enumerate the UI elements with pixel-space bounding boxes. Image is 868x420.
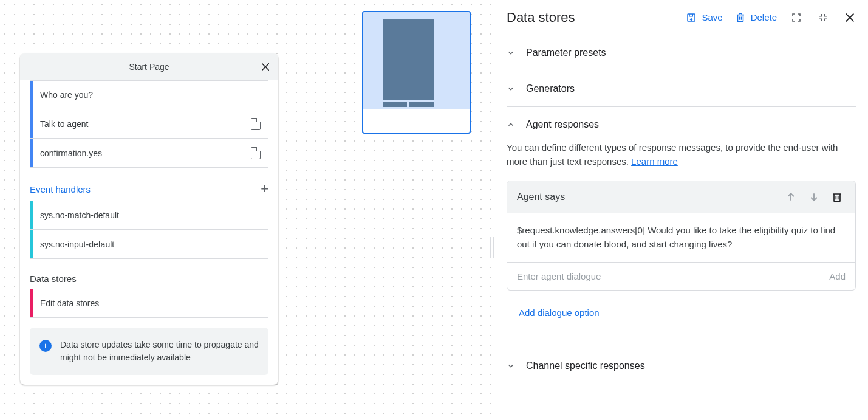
section-header-parameter-presets[interactable]: Parameter presets (507, 47, 856, 58)
section-generators: Generators (507, 71, 856, 107)
save-label: Save (702, 12, 722, 22)
event-label: sys.no-match-default (40, 210, 261, 220)
agent-dialogue-input-row: Add (507, 263, 855, 290)
minimap[interactable] (362, 11, 471, 134)
info-icon: i (39, 340, 52, 352)
section-label: Parameter presets (526, 47, 606, 58)
move-down-icon[interactable] (805, 191, 822, 203)
event-handler-row[interactable]: sys.no-input-default (30, 230, 268, 259)
chevron-down-icon (507, 84, 518, 93)
minimap-node (383, 102, 407, 107)
minimap-node (409, 102, 434, 107)
intent-label: confirmation.yes (40, 148, 251, 158)
section-label: Agent responses (526, 119, 599, 130)
intent-label: Who are you? (40, 90, 261, 100)
intent-label: Talk to agent (40, 119, 251, 129)
intent-row[interactable]: confirmation.yes (30, 139, 268, 168)
learn-more-link[interactable]: Learn more (631, 156, 678, 167)
fullscreen-icon[interactable] (789, 10, 804, 25)
section-header-generators[interactable]: Generators (507, 83, 856, 94)
event-stripe (30, 230, 33, 258)
event-handlers-title: Event handlers (30, 184, 91, 195)
event-handler-row[interactable]: sys.no-match-default (30, 201, 268, 230)
page-icon (251, 118, 261, 130)
section-header-agent-responses[interactable]: Agent responses (507, 119, 856, 130)
add-button[interactable]: Add (829, 271, 846, 281)
canvas[interactable]: Start Page Who are you? Talk to agent co… (0, 0, 494, 420)
save-icon (686, 12, 697, 23)
start-page-header: Start Page (20, 53, 278, 80)
delete-response-icon[interactable] (829, 191, 846, 203)
intent-stripe (30, 81, 33, 109)
close-icon[interactable] (260, 61, 271, 72)
intent-stripe (30, 139, 33, 167)
event-handlers-header: Event handlers + (30, 182, 268, 196)
chevron-up-icon (507, 120, 518, 129)
side-panel-title: Data stores (507, 10, 575, 26)
agent-says-title: Agent says (517, 191, 776, 202)
agent-says-header: Agent says (507, 181, 855, 213)
minimap-node (383, 19, 434, 100)
chevron-down-icon (507, 362, 518, 370)
side-panel-body: Parameter presets Generators Agent respo… (494, 35, 868, 420)
chevron-down-icon (507, 49, 518, 57)
close-panel-icon[interactable] (842, 10, 857, 25)
start-page-panel: Start Page Who are you? Talk to agent co… (20, 53, 278, 385)
edit-data-stores-label: Edit data stores (40, 298, 261, 308)
page-icon (251, 147, 261, 159)
delete-button[interactable]: Delete (735, 12, 777, 23)
data-stores-header: Data stores (30, 274, 268, 284)
move-up-icon[interactable] (782, 191, 799, 203)
agent-responses-desc: You can define different types of respon… (507, 141, 856, 168)
section-agent-responses: Agent responses You can define different… (507, 107, 856, 330)
section-parameter-presets: Parameter presets (507, 35, 856, 71)
info-card: i Data store updates take some time to p… (30, 328, 268, 375)
data-stores-title: Data stores (30, 274, 77, 284)
info-text: Data store updates take some time to pro… (60, 339, 259, 364)
trash-icon (735, 12, 746, 23)
intent-stripe (30, 109, 33, 138)
agent-says-text[interactable]: $request.knowledge.answers[0] Would you … (507, 213, 855, 263)
section-label: Channel specific responses (526, 360, 645, 371)
save-button[interactable]: Save (686, 12, 722, 23)
agent-says-card: Agent says $request.knowledge.answers[0]… (507, 181, 856, 291)
delete-label: Delete (751, 12, 777, 22)
intent-row[interactable]: Who are you? (30, 80, 268, 109)
event-stripe (30, 201, 33, 229)
intent-row[interactable]: Talk to agent (30, 109, 268, 139)
section-channel-specific: Channel specific responses (507, 348, 856, 384)
plus-icon[interactable]: + (261, 182, 268, 196)
section-label: Generators (526, 83, 575, 94)
start-page-title: Start Page (129, 62, 169, 72)
exit-fullscreen-icon[interactable] (816, 10, 830, 25)
agent-dialogue-input[interactable] (517, 271, 822, 281)
section-header-channel-specific[interactable]: Channel specific responses (507, 360, 856, 371)
event-label: sys.no-input-default (40, 239, 261, 249)
datastore-stripe (30, 289, 33, 317)
add-dialogue-option-button[interactable]: Add dialogue option (519, 308, 600, 318)
edit-data-stores-row[interactable]: Edit data stores (30, 289, 268, 318)
side-header: Data stores Save Delete (494, 0, 868, 35)
side-panel: Data stores Save Delete Parameter preset… (494, 0, 868, 420)
